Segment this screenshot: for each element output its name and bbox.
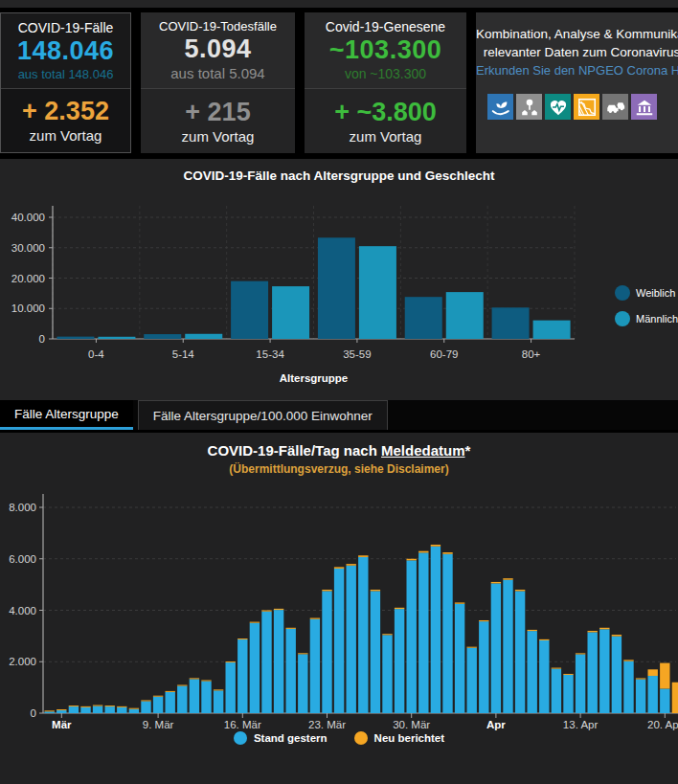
svg-text:8.000: 8.000: [9, 502, 36, 513]
svg-text:20.000: 20.000: [11, 273, 45, 284]
card-recovered[interactable]: Covid-19-Genesene ~103.300 von ~103.300 …: [305, 12, 466, 153]
legend-dot-weiblich[interactable]: [615, 285, 630, 301]
deaths-title: COVID-19-Todesfälle: [159, 19, 277, 34]
svg-text:80+: 80+: [522, 348, 541, 360]
legend-dot: [354, 731, 368, 745]
sprout-hand-icon[interactable]: [487, 94, 513, 120]
recovered-delta-label: zum Vortag: [350, 128, 422, 145]
svg-text:20. Apr: 20. Apr: [647, 719, 678, 730]
svg-text:Männlich: Männlich: [636, 313, 678, 325]
legend-label: Neu berichtet: [374, 732, 445, 744]
chart-tabs: Fälle AltersgruppeFälle Altersgruppe/100…: [0, 400, 678, 430]
svg-text:15-34: 15-34: [256, 348, 284, 360]
legend-dot: [234, 731, 247, 745]
daily-cases-bar-chart[interactable]: 02.0004.0006.0008.000Mär9. Mär16. Mär23.…: [0, 479, 678, 731]
svg-text:2.000: 2.000: [9, 656, 36, 667]
legend-dot-männlich[interactable]: [615, 311, 630, 326]
svg-text:Weiblich: Weiblich: [636, 287, 675, 299]
svg-text:9. Mär: 9. Mär: [143, 719, 174, 730]
age-chart-title: COVID-19-Fälle nach Altersgruppe und Ges…: [0, 159, 678, 183]
svg-text:30. Mär: 30. Mär: [393, 719, 430, 730]
svg-text:10.000: 10.000: [11, 302, 45, 314]
recovered-subtitle: von ~103.300: [345, 66, 426, 81]
cases-value: 148.046: [17, 36, 114, 66]
cases-delta: + 2.352: [22, 97, 109, 126]
card-cases[interactable]: COVID-19-Fälle 148.046 aus total 148.046…: [0, 12, 131, 153]
map-pin-houses-icon[interactable]: [516, 94, 542, 120]
recovered-title: Covid-19-Genesene: [326, 19, 445, 34]
svg-text:60-79: 60-79: [430, 348, 458, 360]
card-deaths[interactable]: COVID-19-Todesfälle 5.094 aus total 5.09…: [141, 12, 295, 153]
npgeo-hub-link[interactable]: Erkunden Sie den NPGEO Corona Hub: [476, 61, 678, 80]
covid-dashboard: COVID-19-Fälle 148.046 aus total 148.046…: [0, 0, 678, 784]
tab-faelle-altersgruppe-100000[interactable]: Fälle Altersgruppe/100.000 Einwohner: [138, 400, 388, 430]
svg-text:16. Mär: 16. Mär: [224, 719, 261, 730]
svg-text:0-4: 0-4: [88, 348, 104, 360]
svg-text:30.000: 30.000: [11, 242, 45, 254]
info-icon-tiles: [487, 94, 678, 120]
svg-text:0: 0: [31, 707, 36, 719]
deaths-value: 5.094: [184, 34, 251, 64]
svg-text:Altersgruppe: Altersgruppe: [280, 372, 349, 384]
daily-chart-panel: COVID-19-Fälle/Tag nach Meldedatum* (Übe…: [0, 433, 678, 784]
daily-chart-legend: Stand gesternNeu berichtet: [0, 731, 678, 745]
age-gender-bar-chart[interactable]: 010.00020.00030.00040.0000-45-1415-3435-…: [0, 193, 678, 396]
tab-faelle-altersgruppe[interactable]: Fälle Altersgruppe: [0, 400, 133, 430]
svg-text:13. Apr: 13. Apr: [563, 719, 599, 730]
svg-text:23. Mär: 23. Mär: [308, 719, 346, 730]
meldedatum-link[interactable]: Meldedatum: [381, 442, 465, 459]
daily-chart-title: COVID-19-Fälle/Tag nach Meldedatum*: [0, 433, 678, 459]
deaths-delta-label: zum Vortag: [182, 128, 255, 145]
recovered-value: ~103.300: [329, 35, 441, 65]
svg-text:6.000: 6.000: [9, 553, 36, 565]
government-building-icon[interactable]: [631, 94, 657, 120]
legend-item-stand-gestern[interactable]: Stand gestern: [234, 731, 328, 745]
cars-traffic-icon[interactable]: [602, 94, 628, 120]
legend-label: Stand gestern: [254, 732, 328, 744]
svg-text:35-59: 35-59: [343, 348, 371, 360]
card-info: Kombination, Analyse & Kommunikation rel…: [476, 12, 678, 153]
cases-title: COVID-19-Fälle: [18, 20, 114, 35]
legend-item-neu-berichtet[interactable]: Neu berichtet: [354, 731, 445, 745]
cases-delta-label: zum Vortag: [30, 127, 102, 144]
svg-text:5-14: 5-14: [172, 348, 195, 360]
cases-subtitle: aus total 148.046: [18, 67, 114, 81]
daily-chart-subtitle: (Übermittlungsverzug, siehe Disclaimer): [0, 462, 678, 476]
recovered-delta: + ~3.800: [334, 98, 437, 127]
region-map-icon[interactable]: [574, 94, 599, 120]
top-strip: [0, 0, 678, 8]
svg-text:40.000: 40.000: [11, 212, 45, 223]
svg-text:Apr: Apr: [486, 719, 506, 730]
heart-pulse-icon[interactable]: [545, 94, 571, 120]
kpi-cards-row: COVID-19-Fälle 148.046 aus total 148.046…: [0, 12, 678, 153]
deaths-subtitle: aus total 5.094: [170, 65, 264, 81]
svg-text:Mär: Mär: [52, 719, 72, 730]
svg-text:4.000: 4.000: [9, 605, 36, 616]
svg-text:0: 0: [39, 333, 45, 345]
info-line-2: relevanter Daten zum Coronavirus: [476, 43, 678, 61]
info-line-1: Kombination, Analyse & Kommunikation: [476, 25, 678, 43]
age-chart-panel: COVID-19-Fälle nach Altersgruppe und Ges…: [0, 159, 678, 400]
deaths-delta: + 215: [185, 98, 250, 127]
